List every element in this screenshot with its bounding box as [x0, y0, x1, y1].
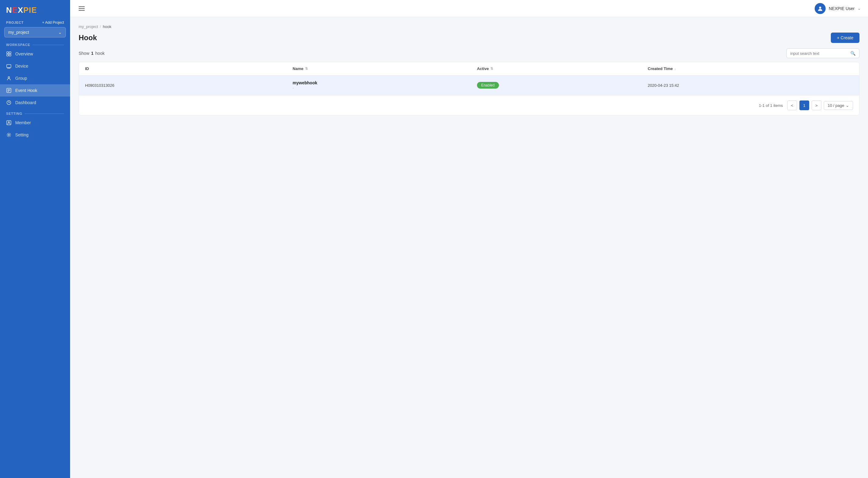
project-section-label: PROJECT: [6, 21, 24, 24]
item-label: hook: [95, 51, 104, 56]
page-header: Hook + Create: [79, 33, 860, 43]
col-created-time[interactable]: Created Time ↓: [642, 62, 859, 75]
svg-point-15: [8, 122, 9, 123]
project-dropdown-icon: ⌄: [58, 30, 62, 35]
status-badge: Enabled: [477, 82, 499, 89]
sidebar-item-dashboard[interactable]: Dashboard: [0, 97, 70, 109]
main-area: NEXPIE User ⌄ my_project / hook Hook + C…: [70, 0, 868, 478]
col-active-sort-icon: ⇅: [490, 67, 493, 71]
cell-name: mywebhook -: [286, 75, 471, 95]
sidebar-item-group-label: Group: [15, 76, 27, 81]
hooks-table: ID Name ⇅ Active ⇅: [79, 62, 860, 115]
col-created-time-header[interactable]: Created Time ↓: [648, 66, 853, 71]
create-button[interactable]: + Create: [831, 33, 860, 43]
logo: NEXPIE: [0, 0, 70, 20]
pagination-next-button[interactable]: >: [812, 100, 822, 110]
hamburger-line-2: [79, 8, 85, 9]
col-created-time-label: Created Time: [648, 66, 673, 71]
pagination-current-page[interactable]: 1: [799, 100, 809, 110]
pagination-prev-button[interactable]: <: [787, 100, 797, 110]
avatar: [815, 3, 826, 14]
show-label: Show: [79, 51, 89, 56]
sidebar-item-event-hook-label: Event Hook: [15, 88, 37, 93]
col-name[interactable]: Name ⇅: [286, 62, 471, 75]
sidebar-item-member[interactable]: Member: [0, 116, 70, 129]
cell-id: H090310313026: [79, 75, 286, 95]
show-count: Show 1 hook: [79, 51, 104, 56]
col-id: ID: [79, 62, 286, 75]
sidebar-item-overview-label: Overview: [15, 52, 33, 56]
project-section-header: PROJECT + Add Project: [0, 20, 70, 27]
col-name-label: Name: [292, 66, 303, 71]
hook-sub: -: [292, 86, 465, 90]
sidebar-item-event-hook[interactable]: Event Hook: [0, 84, 70, 97]
sidebar-item-group[interactable]: Group: [0, 72, 70, 84]
sidebar-item-overview[interactable]: Overview: [0, 48, 70, 60]
hook-icon: [6, 88, 11, 93]
breadcrumb-separator: /: [100, 24, 101, 29]
gear-icon: [6, 132, 11, 138]
page-title: Hook: [79, 33, 97, 42]
show-count-number: 1: [91, 51, 94, 56]
workspace-section-label: WORKSPACE: [0, 40, 70, 48]
sidebar-item-member-label: Member: [15, 120, 31, 125]
col-name-header[interactable]: Name ⇅: [292, 66, 465, 71]
pagination: 1-1 of 1 items < 1 > 10 / page ⌄: [79, 95, 859, 115]
project-selector[interactable]: my_project ⌄: [4, 27, 66, 37]
dashboard-icon: [6, 100, 11, 105]
col-active-label: Active: [477, 66, 489, 71]
logo-n: N: [6, 5, 12, 14]
col-id-label: ID: [85, 66, 89, 71]
hamburger-line-3: [79, 10, 85, 11]
table-header-row: ID Name ⇅ Active ⇅: [79, 62, 859, 75]
svg-rect-3: [9, 54, 11, 56]
logo-pie: PIE: [23, 5, 37, 14]
topbar: NEXPIE User ⌄: [70, 0, 868, 17]
svg-rect-1: [9, 52, 11, 54]
col-name-sort-icon: ⇅: [305, 67, 308, 71]
member-icon: [6, 120, 11, 126]
sidebar-item-device[interactable]: Device: [0, 60, 70, 72]
user-name: NEXPIE User: [829, 6, 855, 11]
setting-section-label: SETTING: [0, 109, 70, 116]
breadcrumb-current: hook: [103, 24, 111, 29]
sidebar: NEXPIE PROJECT + Add Project my_project …: [0, 0, 70, 478]
sidebar-item-setting[interactable]: Setting: [0, 129, 70, 141]
page-size-label: 10 / page: [828, 103, 844, 108]
svg-rect-0: [7, 52, 8, 54]
breadcrumb: my_project / hook: [79, 24, 860, 29]
table-body: H090310313026 mywebhook - Enabled 2020-0…: [79, 75, 859, 95]
selected-project-name: my_project: [8, 30, 29, 35]
user-menu-chevron-icon: ⌄: [858, 6, 861, 11]
svg-rect-2: [7, 54, 8, 56]
page-size-button[interactable]: 10 / page ⌄: [824, 101, 853, 110]
hook-name: mywebhook: [292, 80, 465, 85]
col-created-time-sort-icon: ↓: [675, 67, 676, 71]
col-active-header[interactable]: Active ⇅: [477, 66, 636, 71]
search-icon: 🔍: [850, 51, 856, 56]
svg-rect-4: [7, 65, 11, 68]
sidebar-item-dashboard-label: Dashboard: [15, 100, 36, 105]
table-row[interactable]: H090310313026 mywebhook - Enabled 2020-0…: [79, 75, 859, 95]
breadcrumb-project[interactable]: my_project: [79, 24, 98, 29]
content-area: my_project / hook Hook + Create Show 1 h…: [70, 17, 868, 478]
cell-active: Enabled: [471, 75, 642, 95]
group-icon: [6, 75, 11, 81]
grid-icon: [6, 51, 11, 57]
hamburger-button[interactable]: [78, 5, 86, 12]
pagination-info: 1-1 of 1 items: [759, 103, 783, 108]
search-box[interactable]: 🔍: [786, 48, 860, 58]
search-input[interactable]: [790, 51, 848, 56]
svg-point-8: [8, 77, 10, 78]
logo-e: E: [12, 5, 18, 14]
sidebar-item-setting-label: Setting: [15, 132, 29, 137]
add-project-button[interactable]: + Add Project: [42, 21, 64, 25]
sidebar-item-device-label: Device: [15, 64, 28, 69]
user-menu[interactable]: NEXPIE User ⌄: [815, 3, 861, 14]
hamburger-line-1: [79, 6, 85, 7]
page-size-chevron-icon: ⌄: [846, 103, 849, 108]
svg-point-16: [8, 134, 9, 135]
col-active[interactable]: Active ⇅: [471, 62, 642, 75]
device-icon: [6, 63, 11, 69]
svg-point-17: [819, 6, 822, 8]
